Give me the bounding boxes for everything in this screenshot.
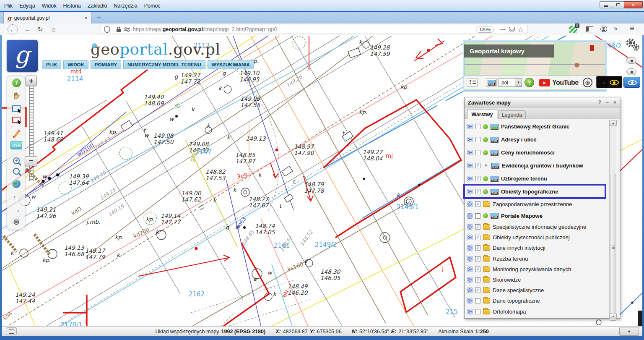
legend-button[interactable] [467, 78, 478, 87]
layer-checkbox[interactable] [475, 150, 480, 155]
layer-row[interactable]: +Ortofotomapa [467, 306, 609, 317]
layer-row[interactable]: +WMSCeny nieruchomości [467, 146, 609, 159]
url-text[interactable]: https://mapy.geoportal.gov.pl/imap/Imgp_… [133, 26, 473, 32]
expand-icon[interactable]: + [467, 309, 473, 314]
shield-icon[interactable] [104, 26, 110, 33]
accessibility-wheel-button[interactable]: ⊛ [583, 78, 592, 87]
layer-label[interactable]: Ewidencja gruntów i budynków [502, 162, 583, 169]
minimize-button[interactable] [600, 1, 612, 8]
layer-row[interactable]: +✓WMSObiekty topograficzne [467, 185, 609, 198]
permissions-icon[interactable] [124, 27, 130, 32]
layer-row[interactable]: +✓Zagospodarowanie przestrzenne [467, 198, 609, 210]
gp-menu-plik[interactable]: PLIK [42, 60, 61, 69]
info-button[interactable]: i [7, 77, 26, 88]
zoom-in-button[interactable]: + [7, 155, 26, 166]
menu-plik[interactable]: Plik [4, 3, 13, 9]
layer-checkbox[interactable]: ✓ [475, 176, 480, 181]
expand-icon[interactable]: + [467, 137, 473, 142]
select-button[interactable] [7, 103, 26, 114]
deselect-button[interactable] [7, 114, 26, 125]
high-contrast-button[interactable]: → [596, 76, 622, 88]
layer-row[interactable]: +✓Dane innych instytucji [467, 243, 609, 253]
layer-row[interactable]: +✓Rzeźba terenu [467, 254, 609, 264]
center-map-button[interactable]: ⊗ [7, 216, 26, 227]
layer-checkbox[interactable]: ✓ [475, 245, 480, 251]
layer-row[interactable]: +✓WMSUzbrojenie terenu [467, 172, 609, 185]
pocket-icon[interactable] [509, 27, 515, 32]
expand-icon[interactable]: + [467, 124, 473, 129]
adblock-icon[interactable]: 0 [569, 26, 577, 33]
layer-label[interactable]: Dane specjalistyczne [493, 287, 544, 293]
zoom-level-indicator[interactable]: 120% [476, 26, 494, 33]
slider-zoom-in-button[interactable]: + [26, 76, 37, 86]
layer-row[interactable]: +✓Dane specjalistyczne [467, 285, 609, 296]
bookmark-star-icon[interactable]: ☆ [518, 26, 524, 34]
gp-menu-numeryczny-model-terenu[interactable]: NUMERYCZNY MODEL TERENU [123, 60, 205, 69]
maximize-button[interactable] [612, 1, 624, 8]
lock-icon[interactable] [116, 26, 121, 32]
layer-label[interactable]: Obiekty topograficzne [501, 188, 558, 195]
collapse-arrow-icon[interactable]: ▼ [483, 163, 489, 168]
layer-checkbox[interactable]: ✓ [475, 235, 480, 240]
statusbar-dropdown-button[interactable]: ▼ [619, 327, 639, 336]
address-bar[interactable]: https://mapy.geoportal.gov.pl/imap/Imgp_… [101, 25, 527, 34]
layer-checkbox[interactable]: ✓ [475, 189, 480, 194]
full-extent-button[interactable] [7, 178, 26, 189]
expand-icon[interactable]: + [467, 224, 473, 230]
layer-label[interactable]: Dane topograficzne [493, 298, 540, 304]
layer-checkbox[interactable] [475, 137, 480, 142]
zoom-out-button[interactable]: − [7, 166, 26, 177]
browser-tab[interactable]: g geoportal.gov.pl × [3, 12, 91, 24]
tab-legenda[interactable]: Legenda [498, 110, 526, 119]
layer-label[interactable]: Ceny nieruchomości [501, 149, 555, 156]
layer-row[interactable]: +✓Skorowidze [467, 275, 609, 285]
wms-services-button[interactable]: WMS [486, 78, 497, 87]
expand-icon[interactable]: + [467, 256, 473, 262]
settings-gears-icon[interactable] [625, 38, 641, 52]
menu-widok[interactable]: Widok [42, 3, 57, 9]
back-button[interactable]: ← [8, 24, 18, 34]
tab-warstwy[interactable]: Warstwy [467, 110, 497, 119]
layer-label[interactable]: Ortofotomapa [493, 309, 526, 315]
panel-minimize-icon[interactable]: – [606, 99, 609, 105]
layer-checkbox[interactable] [475, 124, 480, 129]
menu-zakładki[interactable]: Zakładki [88, 3, 107, 9]
layer-checkbox[interactable]: ✓ [475, 163, 480, 168]
gp-menu-widok[interactable]: WIDOK [63, 60, 88, 69]
expand-icon[interactable]: + [467, 235, 473, 240]
expand-icon[interactable]: + [467, 288, 473, 293]
panel-scrollbar[interactable]: ▲ ▼ [609, 120, 616, 319]
gp-menu-pomiary[interactable]: POMIARY [91, 60, 121, 69]
expand-icon[interactable]: + [467, 163, 473, 168]
layer-label[interactable]: Państwowy Rejestr Granic [501, 123, 569, 130]
expand-icon[interactable]: + [467, 150, 473, 155]
layer-row[interactable]: +✓▼WMSEwidencja gruntów i budynków [467, 159, 609, 172]
expand-icon[interactable]: + [467, 189, 473, 194]
home-button[interactable]: ⌂ [49, 24, 59, 34]
layer-row[interactable]: +Dane topograficzne [467, 296, 609, 306]
reload-button[interactable]: ↻ [35, 24, 45, 34]
layer-row[interactable]: +✓Obiekty użyteczności publicznej [467, 232, 609, 243]
layer-label[interactable]: Obiekty użyteczności publicznej [493, 234, 570, 241]
layer-checkbox[interactable]: ✓ [475, 267, 480, 272]
gp-menu-wyszukiwania[interactable]: WYSZUKIWANIA [208, 60, 254, 69]
layer-label[interactable]: Specjalistyczne informacje geodezyjne [493, 224, 586, 230]
layer-row[interactable]: +WMSPortale Mapowe [467, 210, 609, 222]
layer-row[interactable]: +WMSAdresy i ulice [467, 133, 609, 146]
scrollbar-thumb[interactable] [610, 174, 616, 321]
select-arrow-icon[interactable]: ▼ [515, 78, 522, 86]
layer-checkbox[interactable]: ✓ [475, 224, 480, 230]
layer-label[interactable]: Portale Mapowe [501, 213, 543, 219]
zoom-slider-track[interactable] [29, 86, 34, 181]
layer-checkbox[interactable] [475, 213, 480, 219]
visibility-eye-button[interactable] [623, 77, 640, 88]
menu-edycja[interactable]: Edycja [19, 3, 35, 9]
scroll-down-icon[interactable]: ▼ [610, 314, 617, 319]
expand-icon[interactable]: + [467, 267, 473, 272]
help-button[interactable]: ? [525, 78, 534, 87]
geoportal-logo-icon[interactable]: g [7, 40, 38, 72]
next-view-button[interactable]: → [7, 204, 26, 215]
layer-label[interactable]: Skorowidze [493, 277, 521, 283]
account-icon[interactable] [600, 26, 607, 32]
expand-icon[interactable]: + [467, 298, 473, 303]
